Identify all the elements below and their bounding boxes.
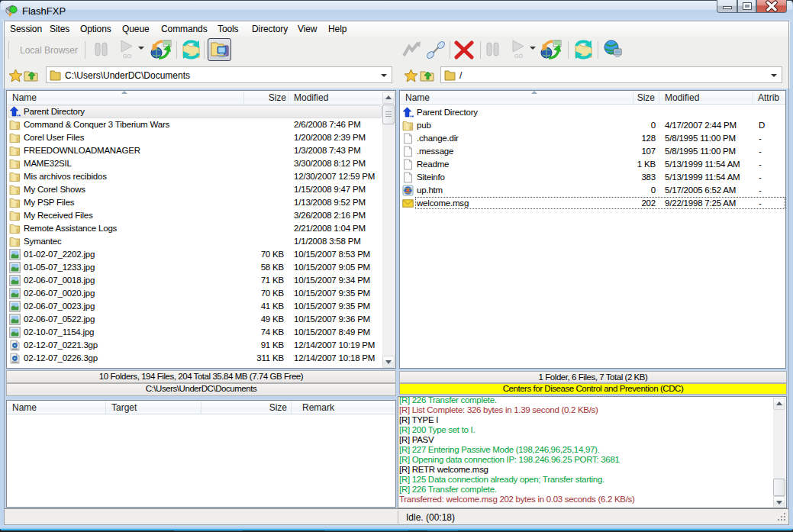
svg-text:GO: GO: [514, 53, 523, 59]
svg-text:GO: GO: [123, 53, 131, 59]
